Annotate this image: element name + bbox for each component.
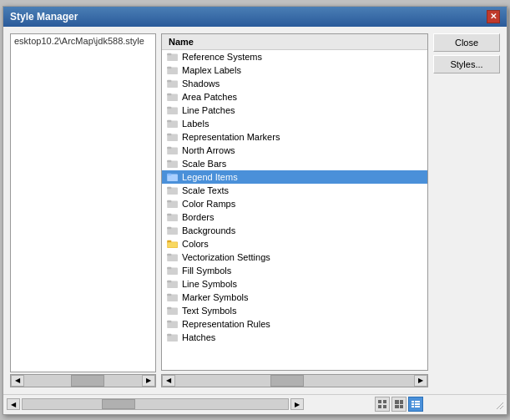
svg-rect-25 [167, 214, 171, 216]
style-manager-window: Style Manager ✕ esktop10.2\ArcMap\jdk588… [3, 6, 507, 415]
svg-rect-3 [167, 67, 171, 69]
list-item-label: Representation Rules [182, 319, 270, 329]
svg-rect-11 [167, 120, 171, 123]
list-item[interactable]: Representation Markers [162, 130, 427, 144]
close-button[interactable]: Close [433, 33, 500, 52]
svg-rect-42 [167, 321, 171, 323]
svg-rect-48 [383, 405, 386, 408]
folder-icon [167, 52, 179, 62]
folder-icon [167, 212, 179, 222]
folder-icon [167, 172, 179, 182]
list-item[interactable]: Hatches [162, 331, 427, 344]
window-close-button[interactable]: ✕ [487, 10, 500, 23]
list-item[interactable]: Representation Rules [162, 317, 427, 331]
styles-button[interactable]: Styles... [433, 55, 500, 73]
list-item[interactable]: Text Symbols [162, 304, 427, 317]
small-icons-icon [377, 399, 387, 409]
svg-rect-50 [400, 400, 403, 404]
list-item[interactable]: Fill Symbols [162, 264, 427, 277]
svg-rect-49 [395, 400, 399, 404]
folder-icon [167, 292, 179, 302]
svg-line-60 [500, 406, 503, 409]
folder-icon [167, 319, 179, 329]
main-scrollbar[interactable]: ◀ ▶ [161, 374, 428, 387]
list-item[interactable]: Labels [162, 117, 427, 130]
list-item[interactable]: Reference Systems [162, 50, 427, 63]
svg-rect-53 [412, 401, 414, 402]
scroll-right-arrow[interactable]: ▶ [142, 375, 155, 387]
folder-icon [167, 266, 179, 276]
main-scroll-thumb[interactable] [270, 375, 304, 387]
file-path-list: esktop10.2\ArcMap\jdk588.style [10, 33, 156, 372]
list-item-label: Legend Items [182, 172, 238, 182]
bottom-scroll-left[interactable]: ◀ [7, 398, 20, 410]
folder-icon [167, 145, 179, 155]
list-item-label: Line Symbols [182, 279, 237, 289]
svg-rect-52 [400, 405, 403, 408]
folder-icon [167, 185, 179, 195]
main-scroll-right[interactable]: ▶ [414, 375, 427, 387]
svg-rect-29 [167, 240, 171, 243]
list-item[interactable]: Marker Symbols [162, 291, 427, 304]
bottom-scroll-right[interactable]: ▶ [290, 398, 304, 410]
view-list-button[interactable] [408, 397, 423, 412]
left-scrollbar[interactable]: ◀ ▶ [10, 374, 156, 387]
list-item[interactable]: Vectorization Settings [162, 250, 427, 264]
svg-rect-47 [378, 405, 381, 408]
list-item[interactable]: Backgrounds [162, 224, 427, 237]
folder-icon [167, 306, 179, 316]
list-items-container: Reference Systems Maplex Labels Shadows … [162, 50, 427, 370]
list-item[interactable]: Line Symbols [162, 277, 427, 291]
svg-rect-1 [167, 53, 171, 56]
svg-rect-44 [167, 334, 171, 337]
svg-rect-7 [167, 94, 171, 96]
list-item[interactable]: North Arrows [162, 144, 427, 157]
svg-rect-9 [167, 107, 171, 109]
list-item[interactable]: Colors [162, 237, 427, 250]
list-item-label: Reference Systems [182, 52, 262, 62]
list-item[interactable]: Shadows [162, 77, 427, 90]
resize-handle[interactable] [493, 399, 503, 409]
svg-rect-55 [412, 403, 414, 405]
main-content: esktop10.2\ArcMap\jdk588.style ◀ ▶ Name … [3, 27, 507, 394]
list-item[interactable]: Borders [162, 210, 427, 224]
view-icons [375, 397, 423, 412]
main-scroll-track [175, 375, 414, 387]
svg-rect-30 [168, 242, 177, 247]
list-item[interactable]: Maplex Labels [162, 63, 427, 77]
bottom-scroll-thumb[interactable] [102, 399, 135, 409]
file-path-item[interactable]: esktop10.2\ArcMap\jdk588.style [11, 34, 155, 48]
scroll-thumb[interactable] [71, 375, 104, 387]
list-item-label: Labels [182, 119, 209, 129]
list-item[interactable]: Scale Texts [162, 184, 427, 197]
view-small-icon-button[interactable] [375, 397, 390, 412]
svg-rect-36 [167, 281, 171, 283]
list-item[interactable]: Scale Bars [162, 157, 427, 170]
main-scroll-left[interactable]: ◀ [162, 375, 175, 387]
list-item-label: Colors [182, 239, 209, 249]
list-item[interactable]: Color Ramps [162, 197, 427, 210]
list-item[interactable]: Area Patches [162, 90, 427, 104]
view-large-icon-button[interactable] [391, 397, 406, 412]
list-item[interactable]: Legend Items [162, 170, 427, 184]
svg-rect-27 [167, 227, 171, 230]
folder-icon [167, 132, 179, 142]
folder-icon [167, 252, 179, 262]
svg-rect-13 [167, 134, 171, 136]
list-item-label: Area Patches [182, 92, 237, 102]
list-item[interactable]: Line Patches [162, 104, 427, 117]
list-item-label: North Arrows [182, 145, 235, 155]
folder-icon [167, 78, 179, 89]
scroll-left-arrow[interactable]: ◀ [11, 375, 24, 387]
list-item-label: Maplex Labels [182, 65, 241, 75]
folder-icon [167, 65, 179, 75]
list-header: Name [162, 34, 427, 50]
list-item-label: Vectorization Settings [182, 252, 270, 262]
window-title: Style Manager [10, 11, 78, 23]
list-item-label: Borders [182, 212, 215, 222]
svg-rect-15 [167, 147, 171, 149]
svg-rect-57 [412, 406, 414, 407]
main-area: Name Reference Systems Maplex Labels Sha… [161, 33, 428, 387]
list-item-label: Scale Bars [182, 159, 226, 169]
name-list-container: Name Reference Systems Maplex Labels Sha… [161, 33, 428, 371]
